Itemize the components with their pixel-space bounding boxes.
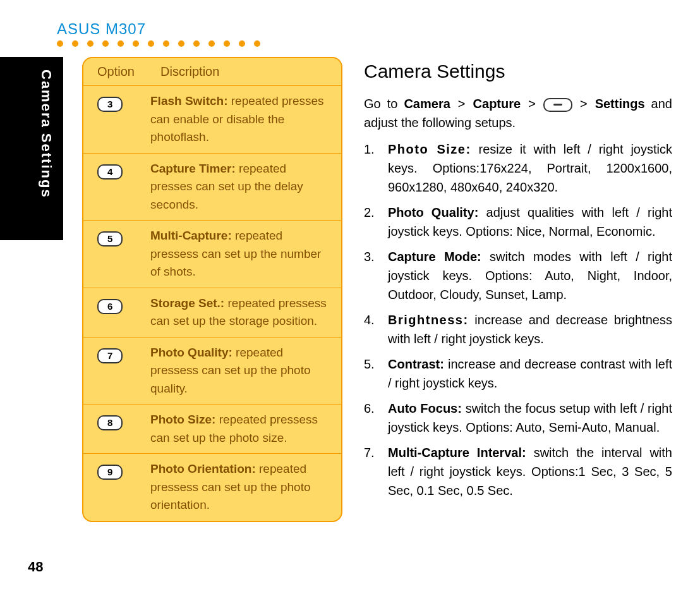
row-description: Capture Timer: repeated presses can set … bbox=[150, 160, 331, 214]
row-description: Multi-Capture: repeated pressess can set… bbox=[150, 227, 331, 281]
product-title: ASUS M307 bbox=[57, 20, 260, 38]
list-item: 5.Contrast: increase and decrease contra… bbox=[364, 355, 672, 393]
key-button-icon: 6 bbox=[97, 299, 123, 314]
list-item: 6.Auto Focus: switch the focus setup wit… bbox=[364, 399, 672, 437]
list-item: 7.Multi-Capture Interval: switch the int… bbox=[364, 443, 672, 500]
table-header: Option Discription bbox=[83, 58, 341, 85]
table-row: 8Photo Size: repeated pressess can set u… bbox=[83, 404, 341, 453]
table-row: 4Capture Timer: repeated presses can set… bbox=[83, 153, 341, 221]
row-description: Photo Size: repeated pressess can set up… bbox=[150, 411, 331, 447]
list-item-body: Photo Size: resize it with left / right … bbox=[388, 140, 672, 197]
list-item: 1.Photo Size: resize it with left / righ… bbox=[364, 140, 672, 197]
th-description: Discription bbox=[160, 64, 219, 79]
list-item-number: 3. bbox=[364, 247, 388, 304]
row-description: Flash Switch: repeated presses can enabl… bbox=[150, 92, 331, 147]
list-item-body: Multi-Capture Interval: switch the inter… bbox=[388, 443, 672, 500]
list-item: 3.Capture Mode: switch modes with left /… bbox=[364, 247, 672, 304]
table-row: 7Photo Quality: repeated pressess can se… bbox=[83, 337, 341, 405]
table-row: 9Photo Orientation: repeated pressess ca… bbox=[83, 453, 341, 521]
sidebar-label: Camera Settings bbox=[38, 70, 54, 198]
list-item-number: 1. bbox=[364, 140, 388, 197]
intro-text: Go to Camera > Capture > > Settings and … bbox=[364, 94, 672, 132]
table-row: 5Multi-Capture: repeated pressess can se… bbox=[83, 220, 341, 288]
key-button-icon: 7 bbox=[97, 348, 123, 363]
row-description: Photo Quality: repeated pressess can set… bbox=[150, 344, 331, 398]
list-item-body: Auto Focus: switch the focus setup with … bbox=[388, 399, 672, 437]
list-item-body: Photo Quality: adjust qualities with lef… bbox=[388, 203, 672, 241]
table-row: 6Storage Set.: repeated pressess can set… bbox=[83, 288, 341, 337]
list-item-number: 6. bbox=[364, 399, 388, 437]
list-item-number: 2. bbox=[364, 203, 388, 241]
list-item-number: 4. bbox=[364, 310, 388, 348]
list-item-body: Contrast: increase and decrease contrast… bbox=[388, 355, 672, 393]
list-item-number: 7. bbox=[364, 443, 388, 500]
row-description: Storage Set.: repeated pressess can set … bbox=[150, 295, 331, 331]
row-description: Photo Orientation: repeated pressess can… bbox=[150, 460, 331, 515]
key-button-icon: 3 bbox=[97, 97, 123, 112]
key-button-icon: 8 bbox=[97, 415, 123, 430]
main-content: Option Discription 3Flash Switch: repeat… bbox=[82, 57, 676, 522]
key-button-icon: 9 bbox=[97, 465, 123, 480]
table-row: 3Flash Switch: repeated presses can enab… bbox=[83, 85, 341, 153]
list-item: 2.Photo Quality: adjust qualities with l… bbox=[364, 203, 672, 241]
th-option: Option bbox=[97, 64, 160, 79]
option-table: Option Discription 3Flash Switch: repeat… bbox=[82, 57, 342, 522]
list-item: 4.Brightness: increase and decrease brig… bbox=[364, 310, 672, 348]
key-button-icon: 5 bbox=[97, 231, 123, 247]
dot-divider bbox=[57, 40, 260, 47]
list-item-number: 5. bbox=[364, 355, 388, 393]
settings-list: 1.Photo Size: resize it with left / righ… bbox=[364, 140, 672, 500]
key-button-icon: 4 bbox=[97, 164, 123, 180]
section-title: Camera Settings bbox=[364, 57, 672, 85]
list-item-body: Capture Mode: switch modes with left / r… bbox=[388, 247, 672, 304]
page-number: 48 bbox=[28, 559, 43, 575]
page-header: ASUS M307 bbox=[57, 20, 260, 47]
list-item-body: Brightness: increase and decrease bright… bbox=[388, 310, 672, 348]
softkey-icon bbox=[543, 98, 572, 112]
settings-column: Camera Settings Go to Camera > Capture >… bbox=[364, 57, 672, 522]
